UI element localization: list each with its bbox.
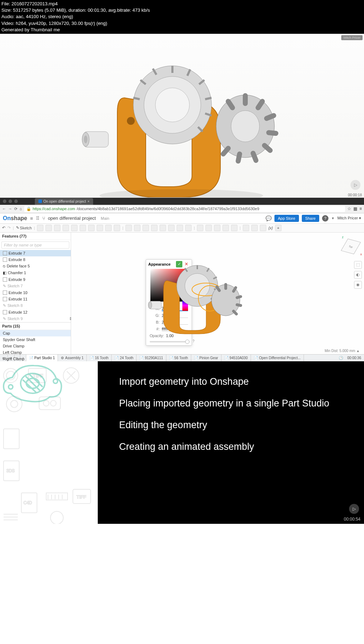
tool-revolve-icon[interactable] xyxy=(46,225,52,231)
gear-render-large xyxy=(64,55,295,197)
feature-item[interactable]: ✎Sketch 8 xyxy=(0,302,71,309)
tool-curve-icon[interactable] xyxy=(214,225,220,231)
url-input[interactable]: 🔒 https://cad.onshape.com/documents/4b8a… xyxy=(24,206,345,212)
view-section-icon[interactable]: ◐ xyxy=(354,271,362,279)
tool-sweep-icon[interactable] xyxy=(54,225,60,231)
feature-item[interactable]: Extrude 7 xyxy=(0,250,71,256)
features-header[interactable]: Features (77) xyxy=(0,233,71,240)
tab-24tooth[interactable]: 📄24 Tooth xyxy=(112,355,136,361)
tab-56tooth[interactable]: 📄56 Tooth xyxy=(166,355,191,361)
tool-extrude-icon[interactable] xyxy=(37,225,43,231)
svg-point-65 xyxy=(50,511,63,524)
back-icon[interactable]: ← xyxy=(2,207,6,211)
tool-plane-icon[interactable] xyxy=(197,225,203,231)
svg-text:C4D: C4D xyxy=(23,500,32,505)
extrude-icon xyxy=(3,251,7,255)
tab-16tooth[interactable]: 📄16 Tooth xyxy=(87,355,112,361)
document-name[interactable]: open differential project xyxy=(48,215,96,221)
tool-variable-icon[interactable]: {x} xyxy=(268,226,273,230)
feature-item[interactable]: Extrude 11 xyxy=(0,296,71,302)
feature-item[interactable]: ⦸Delete face 5 xyxy=(0,263,71,270)
feature-item[interactable]: Extrude 10 xyxy=(0,289,71,296)
feature-item[interactable]: ✎Sketch 7 xyxy=(0,283,71,289)
menu-icon[interactable]: ≡ xyxy=(359,206,362,211)
part-item[interactable]: Drive Clamp xyxy=(0,343,71,349)
browser-tab[interactable]: On open differential project × xyxy=(35,198,93,205)
tool-transform-icon[interactable] xyxy=(168,225,175,231)
tool-delete-icon[interactable] xyxy=(177,225,183,231)
appstore-button[interactable]: App Store xyxy=(274,215,299,222)
tool-hole-icon[interactable] xyxy=(125,225,132,231)
play-icon[interactable]: ▷ xyxy=(350,180,360,190)
min-dist-label[interactable]: Min Dist: 5.000 mm ▲ xyxy=(325,349,360,353)
menu-toggle-icon[interactable]: ≡ xyxy=(30,215,33,221)
tool-point-icon[interactable] xyxy=(223,225,229,231)
play-icon[interactable]: ▷ xyxy=(349,504,359,514)
redo-icon[interactable]: ↷ xyxy=(7,225,11,230)
tool-mirror-icon[interactable] xyxy=(143,225,149,231)
feature-item[interactable]: Extrude 12 xyxy=(0,309,71,315)
tab-94510[interactable]: 📄94510A030 xyxy=(221,355,251,361)
tool-section-icon[interactable] xyxy=(243,225,249,231)
notification-icon[interactable]: 💬 xyxy=(266,215,272,221)
clock-icon[interactable]: 🕑 xyxy=(337,356,344,360)
tool-modify-icon[interactable] xyxy=(185,225,192,231)
extrude-icon xyxy=(3,257,7,262)
view-cube[interactable]: Top zx xyxy=(341,236,360,256)
3d-viewport[interactable]: Appearance ✓ ✕ R:255 G:255 B:255 #:fffff… xyxy=(71,233,364,354)
home-icon[interactable]: ⌂ xyxy=(20,207,22,211)
tool-rib-icon[interactable] xyxy=(114,225,120,231)
frame-3-slide: TIFF 3DS C4D TIFF xyxy=(0,361,364,524)
tool-fillet-icon[interactable] xyxy=(80,225,86,231)
feature-item[interactable]: Extrude 8 xyxy=(0,256,71,263)
tool-add-icon[interactable]: + xyxy=(275,225,282,231)
part-item[interactable]: Left Clamp xyxy=(0,349,71,356)
tool-sheet-icon[interactable] xyxy=(251,225,258,231)
star-icon[interactable]: ☆ xyxy=(347,206,351,211)
tab-pinion[interactable]: 📄Pinion Gear xyxy=(191,355,221,361)
svg-line-41 xyxy=(237,297,241,298)
tool-helix-icon[interactable] xyxy=(205,225,212,231)
info-icon[interactable]: ? xyxy=(192,339,194,343)
tree-icon[interactable]: ⠿ xyxy=(36,215,39,221)
close-icon[interactable]: × xyxy=(87,199,90,203)
help-icon[interactable]: ? xyxy=(322,215,328,222)
window-controls[interactable] xyxy=(0,198,21,205)
tool-mate-icon[interactable] xyxy=(231,225,237,231)
tool-split-icon[interactable] xyxy=(160,225,166,231)
feature-item[interactable]: ✎Sketch 9 xyxy=(0,315,71,322)
feature-item[interactable]: Extrude 9 xyxy=(0,276,71,283)
tool-chamfer-icon[interactable] xyxy=(88,225,95,231)
forward-icon[interactable]: → xyxy=(8,207,12,211)
share-button[interactable]: Share xyxy=(302,215,319,222)
view-shade-icon[interactable]: ◉ xyxy=(354,281,362,289)
tool-loft-icon[interactable] xyxy=(63,225,69,231)
tool-shell-icon[interactable] xyxy=(105,225,112,231)
tab-91290[interactable]: 📄91290A111 xyxy=(136,355,166,361)
view-iso-icon[interactable]: ⬚ xyxy=(354,261,362,269)
opacity-slider[interactable]: ? xyxy=(150,341,188,342)
filter-input[interactable]: Filter by name or type xyxy=(1,241,69,249)
undo-icon[interactable]: ↶ xyxy=(2,225,5,230)
sketch-button[interactable]: ✎ Sketch xyxy=(16,225,32,230)
user-menu[interactable]: Mitch Pricer ▾ xyxy=(337,216,361,220)
reload-icon[interactable]: ⟳ xyxy=(14,207,17,211)
feature-item[interactable]: ◧Chamfer 1 xyxy=(0,270,71,276)
section-label: Main xyxy=(101,216,109,220)
onshape-logo[interactable]: Onshape xyxy=(3,215,27,222)
extension-icon[interactable]: ▦ xyxy=(353,206,357,211)
svg-line-23 xyxy=(228,101,232,108)
part-item[interactable]: Spyder Gear Shaft xyxy=(0,336,71,343)
parts-header[interactable]: Parts (15) xyxy=(0,323,71,330)
branch-icon[interactable]: ⑂ xyxy=(42,215,45,221)
tool-import-icon[interactable] xyxy=(260,225,266,231)
tool-draft-icon[interactable] xyxy=(97,225,103,231)
parts-section: Parts (15) Cap Spyder Gear Shaft Drive C… xyxy=(0,322,71,362)
svg-point-72 xyxy=(53,379,58,383)
tool-boolean-icon[interactable] xyxy=(151,225,157,231)
tab-open-diff[interactable]: 📄Open Differential Project... xyxy=(251,355,304,361)
svg-line-40 xyxy=(234,288,236,291)
tool-pattern-icon[interactable] xyxy=(134,225,140,231)
tool-thicken-icon[interactable] xyxy=(71,225,77,231)
part-item[interactable]: Cap xyxy=(0,330,71,336)
